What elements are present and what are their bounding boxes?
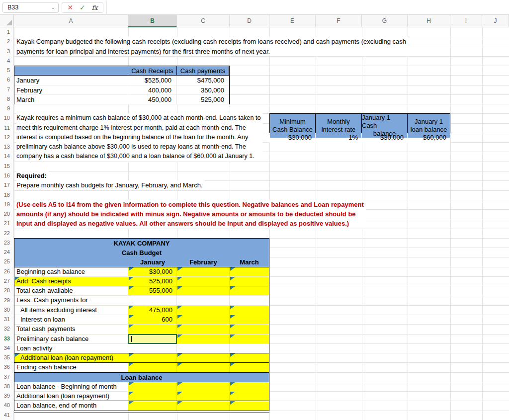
row-header-7[interactable]: 7 bbox=[0, 85, 13, 94]
note-line: company has a cash balance of $30,000 an… bbox=[16, 152, 261, 161]
input-cell-C26[interactable] bbox=[177, 267, 230, 276]
input-cell-C33[interactable] bbox=[177, 335, 230, 343]
active-edit-cell[interactable] bbox=[128, 334, 177, 344]
row-header-32[interactable]: 32 bbox=[0, 324, 13, 334]
row-header-27[interactable]: 27 bbox=[0, 276, 13, 286]
row-header-18[interactable]: 18 bbox=[0, 190, 13, 200]
row-header-3[interactable]: 3 bbox=[0, 47, 13, 56]
column-header-F[interactable]: F bbox=[316, 15, 362, 27]
input-cell-C35[interactable] bbox=[177, 353, 230, 362]
selected-cell-B33[interactable] bbox=[128, 335, 177, 343]
input-cell-C39[interactable] bbox=[177, 392, 230, 401]
input-cell-D33[interactable] bbox=[230, 335, 269, 343]
input-cell-D27[interactable] bbox=[230, 277, 269, 286]
select-all-corner[interactable] bbox=[0, 15, 14, 27]
function-icon[interactable]: fx bbox=[91, 4, 97, 11]
row-header-17[interactable]: 17 bbox=[0, 180, 13, 190]
column-header-G[interactable]: G bbox=[362, 15, 408, 27]
name-box[interactable]: B33 ⌄ bbox=[2, 2, 59, 13]
input-cell-D26[interactable] bbox=[230, 267, 269, 276]
row-header-39[interactable]: 39 bbox=[0, 391, 13, 401]
row-header-6[interactable]: 6 bbox=[0, 75, 13, 84]
row-header-36[interactable]: 36 bbox=[0, 362, 13, 372]
row-header-25[interactable]: 25 bbox=[0, 257, 13, 266]
input-cell-D39[interactable] bbox=[230, 392, 269, 401]
row-header-34[interactable]: 34 bbox=[0, 343, 13, 353]
row-header-16[interactable]: 16 bbox=[0, 171, 13, 180]
sheet-grid: 1234567891011121314151617181920212223242… bbox=[0, 27, 509, 420]
row-header-20[interactable]: 20 bbox=[0, 209, 13, 219]
column-header-I[interactable]: I bbox=[450, 15, 482, 27]
row-header-29[interactable]: 29 bbox=[0, 296, 13, 305]
input-cell-D30[interactable] bbox=[230, 306, 269, 315]
input-cell-C32[interactable] bbox=[177, 325, 230, 334]
row-header-13[interactable]: 13 bbox=[0, 142, 13, 152]
formula-input[interactable] bbox=[106, 1, 507, 14]
input-cell-D28[interactable] bbox=[230, 286, 269, 295]
row-header-8[interactable]: 8 bbox=[0, 94, 13, 104]
row-header-37[interactable]: 37 bbox=[0, 372, 13, 382]
input-cell-B28[interactable]: 555,000 bbox=[128, 286, 177, 295]
input-cell-C30[interactable] bbox=[177, 306, 230, 315]
column-header-J[interactable]: J bbox=[482, 15, 509, 27]
input-cell-D31[interactable] bbox=[230, 315, 269, 324]
row-header-21[interactable]: 21 bbox=[0, 219, 13, 228]
column-header-D[interactable]: D bbox=[230, 15, 269, 27]
column-header-A[interactable]: A bbox=[14, 15, 128, 27]
row-header-5[interactable]: 5 bbox=[0, 66, 13, 75]
row-header-11[interactable]: 11 bbox=[0, 123, 13, 133]
row-header-31[interactable]: 31 bbox=[0, 315, 13, 324]
input-cell-B31[interactable]: 600 bbox=[128, 315, 177, 324]
input-cell-B36[interactable] bbox=[128, 363, 177, 372]
input-cell-B32[interactable] bbox=[128, 325, 177, 334]
row-header-41[interactable]: 41 bbox=[0, 411, 13, 420]
input-cell-D35[interactable] bbox=[230, 353, 269, 362]
row-header-30[interactable]: 30 bbox=[0, 305, 13, 315]
input-cell-D40[interactable] bbox=[230, 401, 269, 410]
input-cell-B27[interactable]: 525,000 bbox=[128, 277, 177, 286]
row-header-10[interactable]: 10 bbox=[0, 113, 13, 123]
input-cell-B39[interactable] bbox=[128, 392, 177, 401]
row-header-15[interactable]: 15 bbox=[0, 162, 13, 171]
row-header-28[interactable]: 28 bbox=[0, 286, 13, 295]
row-header-35[interactable]: 35 bbox=[0, 353, 13, 362]
input-cell-D36[interactable] bbox=[230, 363, 269, 372]
column-header-B[interactable]: B bbox=[128, 15, 177, 27]
receipts-payments-table: Cash Receipts Cash payments January $525… bbox=[14, 66, 230, 104]
row-header-2[interactable]: 2 bbox=[0, 37, 13, 46]
input-cell-B26[interactable]: $30,000 bbox=[128, 267, 177, 276]
column-header-H[interactable]: H bbox=[408, 15, 450, 27]
cancel-icon[interactable]: ✕ bbox=[67, 3, 73, 11]
input-cell-B35[interactable] bbox=[128, 353, 177, 362]
row-header-26[interactable]: 26 bbox=[0, 267, 13, 276]
row-header-4[interactable]: 4 bbox=[0, 56, 13, 66]
column-header-E[interactable]: E bbox=[269, 15, 316, 27]
chevron-down-icon[interactable]: ⌄ bbox=[51, 5, 55, 10]
note-line: meet this requirement charge 1% interest… bbox=[16, 123, 261, 133]
input-cell-C38[interactable] bbox=[177, 382, 230, 391]
confirm-icon[interactable]: ✓ bbox=[80, 3, 85, 11]
row-header-23[interactable]: 23 bbox=[0, 238, 13, 248]
input-cell-B30[interactable]: 475,000 bbox=[128, 306, 177, 315]
input-cell-C40[interactable] bbox=[177, 401, 230, 410]
input-cell-C28[interactable] bbox=[177, 286, 230, 295]
input-cell-D38[interactable] bbox=[230, 382, 269, 391]
row-header-9[interactable]: 9 bbox=[0, 104, 13, 113]
row-header-12[interactable]: 12 bbox=[0, 133, 13, 142]
input-cell-B40[interactable] bbox=[128, 401, 177, 410]
row-header-14[interactable]: 14 bbox=[0, 152, 13, 161]
input-cell-D32[interactable] bbox=[230, 325, 269, 334]
row-header-40[interactable]: 40 bbox=[0, 401, 13, 410]
input-cell-B38[interactable] bbox=[128, 382, 177, 391]
note-line: interest is computed based on the beginn… bbox=[16, 133, 261, 142]
input-cell-C31[interactable] bbox=[177, 315, 230, 324]
row-header-24[interactable]: 24 bbox=[0, 248, 13, 257]
column-header-C[interactable]: C bbox=[177, 15, 230, 27]
row-header-1[interactable]: 1 bbox=[0, 27, 13, 37]
input-cell-C36[interactable] bbox=[177, 363, 230, 372]
row-header-22[interactable]: 22 bbox=[0, 229, 13, 238]
row-header-33[interactable]: 33 bbox=[0, 334, 13, 343]
row-header-38[interactable]: 38 bbox=[0, 382, 13, 391]
row-header-19[interactable]: 19 bbox=[0, 200, 13, 209]
input-cell-C27[interactable] bbox=[177, 277, 230, 286]
